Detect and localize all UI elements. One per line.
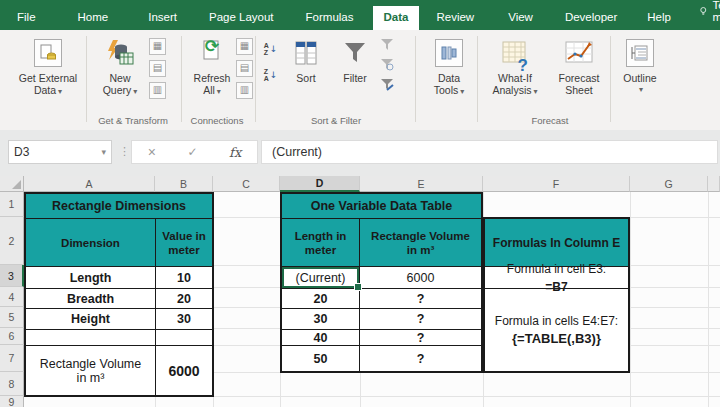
forecast-sheet-button[interactable]: Forecast Sheet — [551, 36, 607, 96]
data-tools-button[interactable]: Data Tools▾ — [421, 36, 477, 98]
insert-function-icon[interactable]: fx — [229, 145, 241, 160]
tab-page-layout[interactable]: Page Layout — [198, 6, 285, 30]
letter-z: Z — [264, 49, 269, 56]
cell-a4[interactable]: Breadth — [26, 289, 156, 309]
sort-za-icon[interactable]: ZA ↓ — [262, 66, 279, 83]
advanced-filter-icon[interactable] — [380, 78, 394, 92]
cell-e5[interactable]: ? — [360, 309, 481, 330]
refresh-all-button[interactable]: ⟳ Refresh All▾ — [188, 36, 236, 98]
cell-a7-merged[interactable]: Rectangle Volume in m³ — [26, 346, 156, 395]
cell-b7-merged[interactable]: 6000 — [156, 346, 212, 395]
tab-review[interactable]: Review — [425, 6, 485, 30]
column-header-f[interactable]: F — [483, 176, 630, 192]
row-header-5[interactable]: 5 — [0, 307, 24, 328]
cell-b2[interactable]: Value in meter — [156, 219, 212, 267]
connections-small-buttons: ▦ ▤ ▥ — [236, 38, 253, 99]
cell-e6[interactable]: ? — [360, 330, 481, 346]
cell-d4[interactable]: 20 — [282, 289, 360, 309]
name-box-dropdown-icon[interactable]: ▾ — [101, 147, 106, 157]
edit-links-icon[interactable]: ▥ — [236, 82, 253, 99]
reapply-filter-icon[interactable] — [380, 58, 394, 72]
show-queries-icon[interactable]: ▦ — [149, 38, 166, 55]
get-external-data-button[interactable]: Get External Data▾ — [12, 36, 84, 98]
cell-f3[interactable]: Formula in cell E3: =B7 — [485, 267, 628, 289]
formula-bar-strip: D3 ▾ ⋮ × ✓ fx (Current) — [0, 130, 720, 176]
filter-button[interactable]: Filter — [334, 36, 376, 84]
enter-icon[interactable]: ✓ — [187, 145, 197, 159]
row-header-4[interactable]: 4 — [0, 287, 24, 307]
cell-b3[interactable]: 10 — [156, 267, 212, 289]
formula-note-code: {=TABLE(,B3)} — [512, 332, 601, 346]
recent-sources-icon[interactable]: ▥ — [149, 82, 166, 99]
cell-e7[interactable]: ? — [360, 346, 481, 371]
tab-file[interactable]: File — [6, 6, 47, 30]
cell-a5[interactable]: Height — [26, 309, 156, 330]
column-header-a[interactable]: A — [24, 176, 155, 192]
refresh-label-1: Refresh — [194, 72, 231, 84]
cell-b6[interactable] — [156, 330, 212, 346]
column-header-d[interactable]: D — [280, 176, 360, 192]
column-header-b[interactable]: B — [155, 176, 213, 192]
tell-me-box[interactable]: Tell me — [692, 0, 720, 30]
column-header-c[interactable]: C — [213, 176, 280, 192]
clear-filter-icon[interactable] — [380, 38, 394, 52]
tab-view[interactable]: View — [497, 6, 544, 30]
cell-a1-title[interactable]: Rectangle Dimensions — [26, 194, 212, 219]
cell-e2[interactable]: Rectangle Volume in m³ — [360, 219, 481, 267]
what-if-analysis-button[interactable]: ? What-If Analysis▾ — [483, 36, 547, 98]
row-header-7[interactable]: 7 — [0, 345, 24, 372]
cell-d1-title[interactable]: One Variable Data Table — [282, 194, 481, 219]
sort-button[interactable]: Sort — [285, 36, 327, 84]
row-header-6[interactable]: 6 — [0, 328, 24, 345]
excel-window: File Home Insert Page Layout Formulas Da… — [0, 0, 720, 407]
group-separator — [181, 36, 182, 122]
cell-d2[interactable]: Length in meter — [282, 219, 360, 267]
formulas-note-table: Formulas In Column E Formula in cell E3:… — [483, 217, 630, 373]
from-table-icon[interactable]: ▤ — [149, 60, 166, 77]
tab-help[interactable]: Help — [636, 6, 682, 30]
sort-label: Sort — [296, 72, 315, 84]
formula-input[interactable]: (Current) — [261, 140, 718, 164]
tab-insert[interactable]: Insert — [137, 6, 188, 30]
row-header-9[interactable]: 9 — [0, 396, 24, 407]
cell-e4[interactable]: ? — [360, 289, 481, 309]
cell-d5[interactable]: 30 — [282, 309, 360, 330]
outline-button[interactable]: Outline ▾ — [616, 36, 664, 96]
properties-icon[interactable]: ▤ — [236, 60, 253, 77]
column-header-g[interactable]: G — [630, 176, 708, 192]
group-separator — [86, 36, 87, 122]
cancel-icon[interactable]: × — [148, 144, 156, 160]
column-header-e[interactable]: E — [360, 176, 483, 192]
cell-d3-selected[interactable]: (Current) — [282, 267, 360, 289]
row-header-3[interactable]: 3 — [0, 265, 24, 287]
select-all-corner[interactable] — [0, 176, 24, 192]
group-label-forecast: Forecast — [495, 115, 605, 126]
cell-a2[interactable]: Dimension — [26, 219, 156, 267]
cell-a3[interactable]: Length — [26, 267, 156, 289]
sort-az-icon[interactable]: AZ ↓ — [262, 40, 279, 57]
cell-f2-title[interactable]: Formulas In Column E — [485, 219, 628, 267]
sort-icon — [293, 40, 319, 66]
row-header-2[interactable]: 2 — [0, 217, 24, 265]
new-query-button[interactable]: New Query▾ — [94, 36, 146, 98]
cell-e3[interactable]: 6000 — [360, 267, 481, 289]
cell-d6[interactable]: 40 — [282, 330, 360, 346]
rectangle-dimensions-table: Rectangle Dimensions Dimension Value in … — [24, 192, 214, 397]
cell-b5[interactable]: 30 — [156, 309, 212, 330]
header-line: Rectangle Volume — [371, 229, 470, 243]
tab-home[interactable]: Home — [67, 6, 120, 30]
row-header-1[interactable]: 1 — [0, 192, 24, 217]
header-line: Value in — [162, 229, 205, 243]
cell-f4-merged[interactable]: Formula in cells E4:E7: {=TABLE(,B3)} — [485, 289, 628, 371]
tab-formulas[interactable]: Formulas — [295, 6, 365, 30]
cell-d7[interactable]: 50 — [282, 346, 360, 371]
row-header-8[interactable]: 8 — [0, 372, 24, 396]
tab-developer[interactable]: Developer — [554, 6, 628, 30]
cell-a6[interactable] — [26, 330, 156, 346]
cell-b4[interactable]: 20 — [156, 289, 212, 309]
name-box[interactable]: D3 ▾ — [8, 140, 112, 164]
tab-data[interactable]: Data — [373, 6, 420, 30]
column-header-h-partial[interactable] — [708, 176, 720, 192]
connections-icon[interactable]: ▦ — [236, 38, 253, 55]
arrow-down: ↓ — [270, 44, 278, 54]
